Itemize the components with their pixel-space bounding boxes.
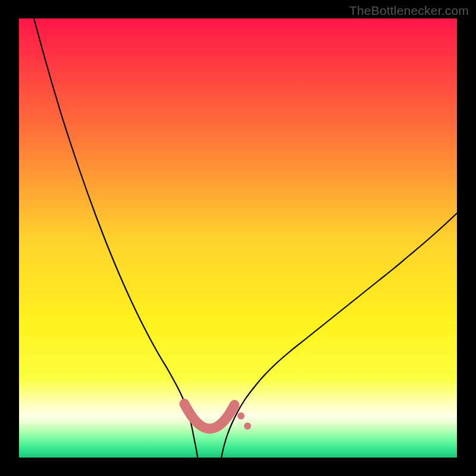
chart-frame: [19, 18, 457, 458]
chart-background-gradient: [19, 18, 457, 458]
svg-rect-0: [19, 18, 457, 458]
watermark-text: TheBottlenecker.com: [349, 4, 469, 18]
